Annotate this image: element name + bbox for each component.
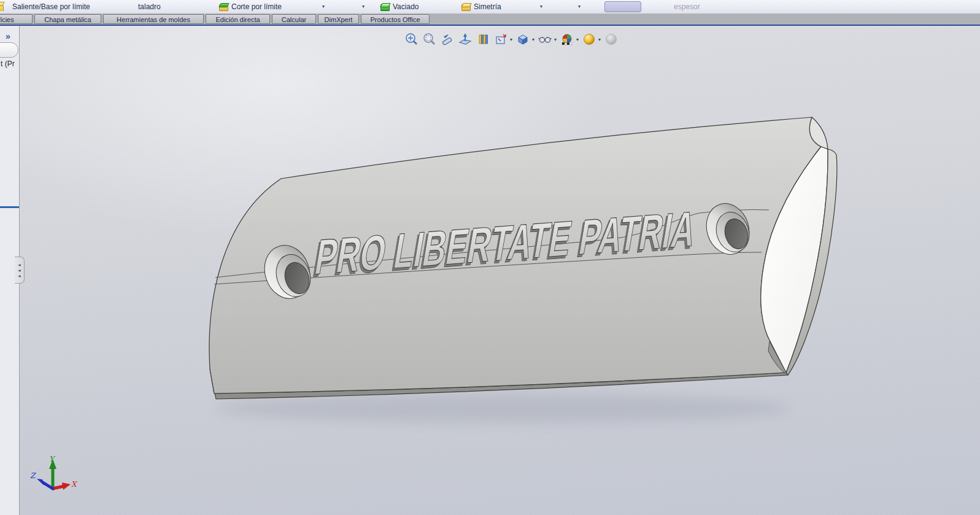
tab-edicion-directa[interactable]: Edición directa: [206, 14, 270, 24]
tab-chapa-metalica[interactable]: Chapa metálica: [34, 14, 101, 24]
display-style-icon[interactable]: [515, 31, 531, 47]
dropdown-arrow[interactable]: ▾: [362, 4, 365, 9]
dropdown-arrow[interactable]: ▾: [578, 4, 581, 9]
viewport-background: [0, 26, 980, 515]
simetria-button[interactable]: Simetría: [461, 0, 501, 14]
display-style-dropdown[interactable]: ▾: [532, 37, 534, 42]
tab-productos-office[interactable]: Productos Office: [361, 14, 430, 24]
panel-divider: [0, 206, 19, 208]
feature-tree-text: t (Pr: [1, 60, 19, 68]
cut-by-limit-label: Corte por límite: [231, 2, 282, 11]
zoom-to-area-icon[interactable]: [422, 31, 438, 47]
view-settings-icon[interactable]: [603, 31, 619, 47]
edit-appearance-dropdown[interactable]: ▾: [576, 37, 579, 42]
command-manager-tabs: Superficies Chapa metálica Herramientas …: [0, 14, 980, 26]
tab-calcular[interactable]: Calcular: [272, 14, 316, 24]
taladro-label: taladro: [138, 2, 161, 11]
dropdown-arrow[interactable]: ▾: [322, 4, 325, 9]
boss-base-limit-button[interactable]: Saliente/Base por límite: [12, 0, 90, 14]
command-manager-bar: Saliente/Base por límite taladro Corte p…: [0, 0, 980, 14]
hide-show-items-dropdown[interactable]: ▾: [554, 37, 557, 42]
previous-view-icon[interactable]: [439, 31, 455, 47]
apply-scene-icon[interactable]: [581, 31, 597, 47]
tab-dimxpert[interactable]: DimXpert: [318, 14, 359, 24]
simetria-label: Simetría: [474, 2, 501, 11]
mirror-icon: [461, 3, 471, 11]
shell-icon: [380, 3, 390, 11]
boss-base-limit-icon: [0, 2, 7, 11]
tab-superficies[interactable]: Superficies: [0, 14, 33, 24]
cut-by-limit-icon: [219, 3, 228, 11]
splitter-arrow: ◄: [17, 263, 21, 267]
vaciado-button[interactable]: Vaciado: [380, 0, 419, 14]
edit-appearance-icon[interactable]: [559, 31, 575, 47]
zoom-to-fit-icon[interactable]: [404, 31, 420, 47]
splitter-arrow: ◄: [17, 274, 21, 278]
section-view-icon[interactable]: [475, 31, 491, 47]
vaciado-label: Vaciado: [393, 2, 419, 11]
cut-by-limit-button[interactable]: Corte por límite: [219, 0, 282, 14]
tab-herramientas-de-moldes[interactable]: Herramientas de moldes: [103, 14, 204, 24]
dropdown-arrow[interactable]: ▾: [540, 4, 542, 9]
heads-up-view-toolbar: ▾ ▾ ▾ ▾ ▾: [404, 31, 619, 48]
view-orientation-icon[interactable]: [493, 31, 509, 47]
espesor-item: espesor: [674, 0, 700, 14]
splitter-arrow: ◄: [17, 268, 21, 273]
feature-tree-root-tab[interactable]: [0, 42, 18, 58]
expand-panel-chevron[interactable]: »: [6, 31, 10, 41]
normal-to-icon[interactable]: [457, 31, 473, 47]
apply-scene-dropdown[interactable]: ▾: [598, 37, 601, 42]
hide-show-items-icon[interactable]: [537, 31, 553, 47]
taladro-button[interactable]: taladro: [138, 0, 161, 14]
boss-base-limit-label: Saliente/Base por límite: [12, 2, 90, 11]
espesor-input[interactable]: [604, 1, 641, 12]
espesor-label: espesor: [674, 2, 700, 11]
panel-splitter-handle[interactable]: ◄ ◄ ◄: [15, 257, 25, 284]
view-orientation-dropdown[interactable]: ▾: [510, 37, 512, 42]
